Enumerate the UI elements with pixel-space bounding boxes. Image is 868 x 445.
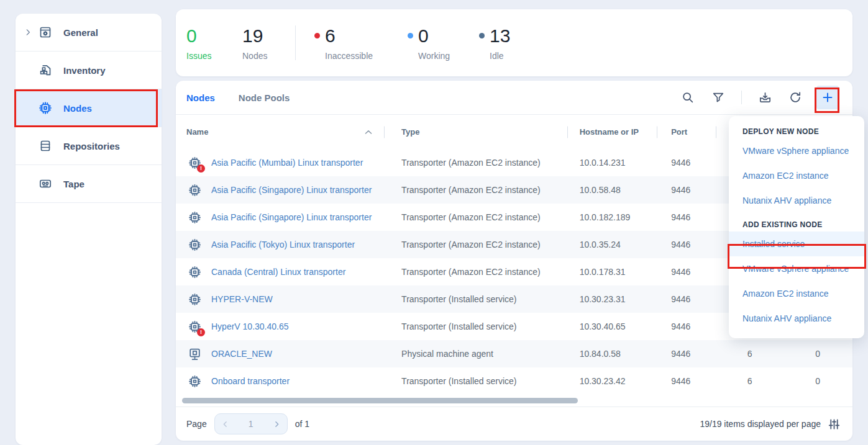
menu-item-existing-ec2[interactable]: Amazon EC2 instance [729, 281, 864, 306]
menu-item-installed-service[interactable]: Installed service [729, 231, 864, 256]
menu-item-deploy-vmware[interactable]: VMware vSphere appliance [729, 138, 864, 163]
node-name-link[interactable]: Asia Pacific (Singapore) Linux transport… [211, 185, 372, 195]
tab-nodes[interactable]: Nodes [186, 92, 215, 103]
stats-divider [295, 25, 296, 60]
node-name-link[interactable]: Onboard transporter [211, 376, 290, 386]
cell-type: Transporter (Amazon EC2 instance) [385, 176, 568, 204]
error-badge-icon: ! [197, 164, 205, 173]
node-name-link[interactable]: Asia Pacific (Mumbai) Linux transporter [211, 158, 363, 168]
menu-section-existing: ADD EXISTING NODE [729, 213, 864, 231]
cell-type: Transporter (Amazon EC2 instance) [385, 231, 568, 258]
menu-item-existing-nutanix[interactable]: Nutanix AHV appliance [729, 306, 864, 331]
cell-name: ORACLE_NEW [176, 340, 385, 367]
sidebar-item-inventory[interactable]: Inventory [16, 52, 162, 89]
display-settings-icon[interactable] [828, 418, 840, 430]
sidebar-item-general[interactable]: General [16, 14, 162, 52]
transporter-icon [186, 236, 203, 253]
node-name-link[interactable]: HYPER-V-NEW [211, 294, 273, 304]
nodes-label: Nodes [242, 51, 295, 61]
sidebar-item-repositories[interactable]: Repositories [16, 127, 162, 165]
table-row[interactable]: ORACLE_NEW Physical machine agent 10.84.… [176, 340, 852, 367]
stat-nodes: 19 Nodes [242, 25, 295, 61]
cell-port: 9446 [657, 176, 716, 204]
sidebar-item-label: Inventory [63, 65, 106, 76]
column-header-type[interactable]: Type [385, 115, 568, 149]
add-node-button[interactable] [816, 86, 839, 109]
search-icon[interactable] [680, 90, 695, 105]
issues-label: Issues [186, 51, 242, 61]
transporter-icon [186, 182, 203, 198]
sidebar: General Inventory Nodes Re [16, 14, 162, 445]
prev-page-icon[interactable] [221, 420, 229, 428]
summary-bar: 0 Issues 19 Nodes 6 Inaccessible 0 Worki… [176, 9, 852, 76]
menu-section-deploy: DEPLOY NEW NODE [729, 120, 864, 138]
cell-hostname: 10.30.23.42 [568, 367, 658, 395]
transporter-icon: ! [186, 155, 203, 171]
column-header-port[interactable]: Port [657, 115, 716, 149]
current-page[interactable]: 1 [249, 419, 254, 429]
cell-port: 9446 [657, 285, 716, 313]
cell-port: 9446 [657, 149, 716, 176]
column-header-name[interactable]: Name [176, 115, 385, 149]
working-count: 0 [418, 25, 429, 47]
menu-item-deploy-ec2[interactable]: Amazon EC2 instance [729, 163, 864, 188]
cell-hostname: 10.0.58.48 [568, 176, 658, 204]
cell-name: Onboard transporter [176, 367, 385, 395]
cell-port: 9446 [657, 231, 716, 258]
issues-count: 0 [186, 25, 197, 47]
sidebar-item-tape[interactable]: Tape [16, 165, 162, 203]
inaccessible-label: Inaccessible [325, 51, 408, 61]
cell-type: Transporter (Installed service) [385, 313, 568, 340]
sidebar-item-label: General [63, 27, 98, 38]
node-name-link[interactable]: Asia Pacific (Singapore) Linux transport… [211, 212, 372, 222]
repositories-icon [37, 138, 53, 154]
idle-dot [479, 33, 485, 38]
transporter-icon [186, 264, 203, 280]
panel-toolbar: Nodes Node Pools [176, 81, 852, 115]
stat-inaccessible: 6 Inaccessible [314, 25, 408, 61]
column-header-hostname[interactable]: Hostname or IP [568, 115, 658, 149]
cell-hostname: 10.84.0.58 [568, 340, 658, 367]
chevron-right-icon[interactable] [24, 28, 32, 37]
tab-node-pools[interactable]: Node Pools [239, 92, 290, 103]
refresh-icon[interactable] [788, 90, 803, 105]
idle-count: 13 [490, 25, 510, 47]
cell-extra1: 6 [716, 340, 783, 367]
add-node-menu: DEPLOY NEW NODE VMware vSphere appliance… [729, 116, 864, 338]
cell-name: ! HyperV 10.30.40.65 [176, 313, 385, 340]
node-name-link[interactable]: Canada (Central) Linux transporter [211, 267, 345, 277]
toolbar-divider [741, 91, 742, 104]
inaccessible-count: 6 [325, 25, 336, 47]
node-name-link[interactable]: Asia Pacific (Tokyo) Linux transporter [211, 240, 355, 249]
cell-type: Physical machine agent [385, 340, 568, 367]
working-dot [408, 33, 413, 38]
menu-item-existing-vmware[interactable]: VMware vSphere appliance [729, 256, 864, 281]
next-page-icon[interactable] [273, 420, 281, 428]
node-name-link[interactable]: ORACLE_NEW [211, 349, 272, 359]
cell-type: Transporter (Installed service) [385, 285, 568, 313]
working-label: Working [418, 51, 479, 61]
page-label: Page [186, 419, 207, 429]
nodes-count: 19 [242, 25, 263, 47]
cell-extra1: 6 [716, 367, 783, 395]
horizontal-scrollbar-thumb[interactable] [182, 398, 578, 403]
cell-type: Transporter (Amazon EC2 instance) [385, 204, 568, 231]
cell-type: Transporter (Installed service) [385, 367, 568, 395]
cell-hostname: 10.0.35.24 [568, 231, 658, 258]
sort-asc-icon[interactable] [365, 130, 372, 135]
cell-port: 9446 [657, 367, 716, 395]
cell-hostname: 10.0.178.31 [568, 258, 658, 285]
node-name-link[interactable]: HyperV 10.30.40.65 [211, 321, 289, 331]
cell-type: Transporter (Amazon EC2 instance) [385, 258, 568, 285]
table-row[interactable]: Onboard transporter Transporter (Install… [176, 367, 852, 395]
cell-port: 9446 [657, 204, 716, 231]
general-icon [37, 24, 53, 40]
export-icon[interactable] [757, 90, 772, 105]
sidebar-item-nodes[interactable]: Nodes [16, 89, 162, 127]
filter-icon[interactable] [711, 90, 726, 105]
tape-icon [37, 176, 53, 192]
nodes-icon [37, 100, 53, 116]
cell-extra2: 0 [783, 367, 852, 395]
stat-idle: 13 Idle [479, 25, 510, 61]
menu-item-deploy-nutanix[interactable]: Nutanix AHV appliance [729, 188, 864, 213]
